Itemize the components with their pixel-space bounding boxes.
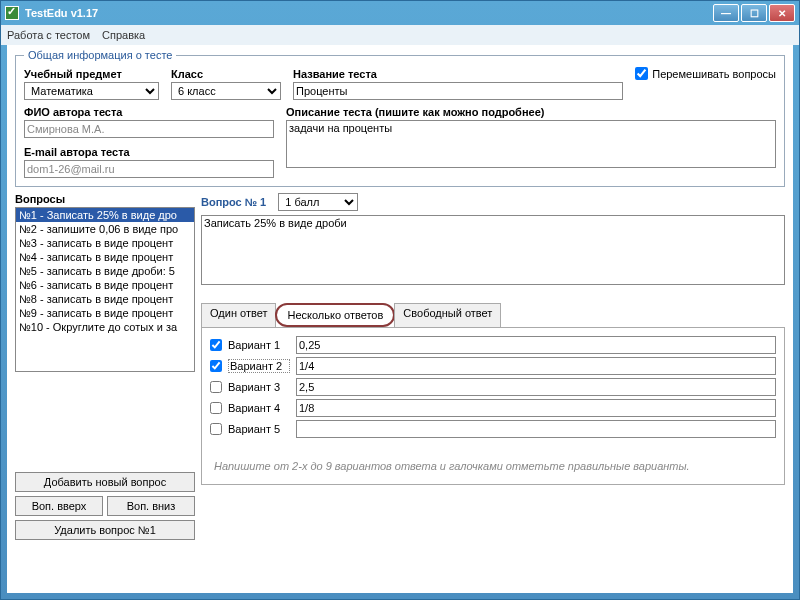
add-question-button[interactable]: Добавить новый вопрос bbox=[15, 472, 195, 492]
variant-row: Вариант 2 bbox=[210, 357, 776, 375]
variant-input[interactable] bbox=[296, 336, 776, 354]
minimize-button[interactable]: — bbox=[713, 4, 739, 22]
tab-single-answer[interactable]: Один ответ bbox=[201, 303, 276, 327]
variant-checkbox[interactable] bbox=[210, 402, 222, 414]
author-input[interactable] bbox=[24, 120, 274, 138]
list-item[interactable]: №6 - записать в виде процент bbox=[16, 278, 194, 292]
variant-label: Вариант 1 bbox=[228, 339, 290, 351]
app-window: TestEdu v1.17 — ☐ ✕ Работа с тестом Спра… bbox=[0, 0, 800, 600]
app-icon bbox=[5, 6, 19, 20]
variant-label: Вариант 5 bbox=[228, 423, 290, 435]
desc-label: Описание теста (пишите как можно подробн… bbox=[286, 106, 776, 118]
menu-work-with-test[interactable]: Работа с тестом bbox=[7, 29, 90, 41]
menubar: Работа с тестом Справка bbox=[1, 25, 799, 45]
question-text[interactable]: Записать 25% в виде дроби bbox=[201, 215, 785, 285]
class-select[interactable]: 6 класс bbox=[171, 82, 281, 100]
variant-checkbox[interactable] bbox=[210, 423, 222, 435]
email-input[interactable] bbox=[24, 160, 274, 178]
list-item[interactable]: №4 - записать в виде процент bbox=[16, 250, 194, 264]
client-area: Общая информация о тесте Учебный предмет… bbox=[7, 45, 793, 593]
test-title-input[interactable] bbox=[293, 82, 623, 100]
variant-checkbox[interactable] bbox=[210, 381, 222, 393]
variants-hint: Напишите от 2-х до 9 вариантов ответа и … bbox=[210, 456, 776, 476]
variant-label: Вариант 2 bbox=[228, 359, 290, 373]
list-item[interactable]: №5 - записать в виде дроби: 5 bbox=[16, 264, 194, 278]
variant-row: Вариант 1 bbox=[210, 336, 776, 354]
desc-textarea[interactable]: задачи на проценты bbox=[286, 120, 776, 168]
variant-row: Вариант 3 bbox=[210, 378, 776, 396]
question-title: Вопрос № 1 bbox=[201, 196, 266, 208]
questions-header: Вопросы bbox=[15, 193, 195, 205]
list-item[interactable]: №9 - записать в виде процент bbox=[16, 306, 194, 320]
email-label: E-mail автора теста bbox=[24, 146, 274, 158]
shuffle-label: Перемешивать вопросы bbox=[652, 68, 776, 80]
variant-row: Вариант 4 bbox=[210, 399, 776, 417]
close-button[interactable]: ✕ bbox=[769, 4, 795, 22]
general-info-group: Общая информация о тесте Учебный предмет… bbox=[15, 49, 785, 187]
variant-checkbox[interactable] bbox=[210, 360, 222, 372]
class-label: Класс bbox=[171, 68, 281, 80]
delete-question-button[interactable]: Удалить вопрос №1 bbox=[15, 520, 195, 540]
variant-checkbox[interactable] bbox=[210, 339, 222, 351]
window-title: TestEdu v1.17 bbox=[25, 7, 98, 19]
questions-panel: Вопросы №1 - Записать 25% в виде дро №2 … bbox=[15, 193, 195, 540]
variant-label: Вариант 4 bbox=[228, 402, 290, 414]
maximize-button[interactable]: ☐ bbox=[741, 4, 767, 22]
variant-input[interactable] bbox=[296, 378, 776, 396]
menu-help[interactable]: Справка bbox=[102, 29, 145, 41]
variant-label: Вариант 3 bbox=[228, 381, 290, 393]
titlebar[interactable]: TestEdu v1.17 — ☐ ✕ bbox=[1, 1, 799, 25]
list-item[interactable]: №2 - запишите 0,06 в виде про bbox=[16, 222, 194, 236]
variant-row: Вариант 5 bbox=[210, 420, 776, 438]
subject-label: Учебный предмет bbox=[24, 68, 159, 80]
variant-input[interactable] bbox=[296, 357, 776, 375]
list-item[interactable]: №8 - записать в виде процент bbox=[16, 292, 194, 306]
shuffle-checkbox[interactable] bbox=[635, 67, 648, 80]
variants-panel: Вариант 1 Вариант 2 Вариант 3 bbox=[201, 327, 785, 485]
questions-list[interactable]: №1 - Записать 25% в виде дро №2 - запиши… bbox=[15, 207, 195, 372]
tab-free-answer[interactable]: Свободный ответ bbox=[394, 303, 501, 327]
list-item[interactable]: №3 - записать в виде процент bbox=[16, 236, 194, 250]
test-title-label: Название теста bbox=[293, 68, 623, 80]
answer-type-tabs: Один ответ Несколько ответов Свободный о… bbox=[201, 303, 785, 327]
question-down-button[interactable]: Воп. вниз bbox=[107, 496, 195, 516]
window-buttons: — ☐ ✕ bbox=[713, 4, 795, 22]
points-select[interactable]: 1 балл bbox=[278, 193, 358, 211]
general-info-legend: Общая информация о тесте bbox=[24, 49, 176, 61]
list-item[interactable]: №10 - Округлите до сотых и за bbox=[16, 320, 194, 334]
variant-input[interactable] bbox=[296, 399, 776, 417]
author-label: ФИО автора теста bbox=[24, 106, 274, 118]
subject-select[interactable]: Математика bbox=[24, 82, 159, 100]
tab-multiple-answers[interactable]: Несколько ответов bbox=[275, 303, 395, 327]
list-item[interactable]: №1 - Записать 25% в виде дро bbox=[16, 208, 194, 222]
variant-input[interactable] bbox=[296, 420, 776, 438]
question-editor: Вопрос № 1 1 балл Записать 25% в виде др… bbox=[201, 193, 785, 540]
question-up-button[interactable]: Воп. вверх bbox=[15, 496, 103, 516]
